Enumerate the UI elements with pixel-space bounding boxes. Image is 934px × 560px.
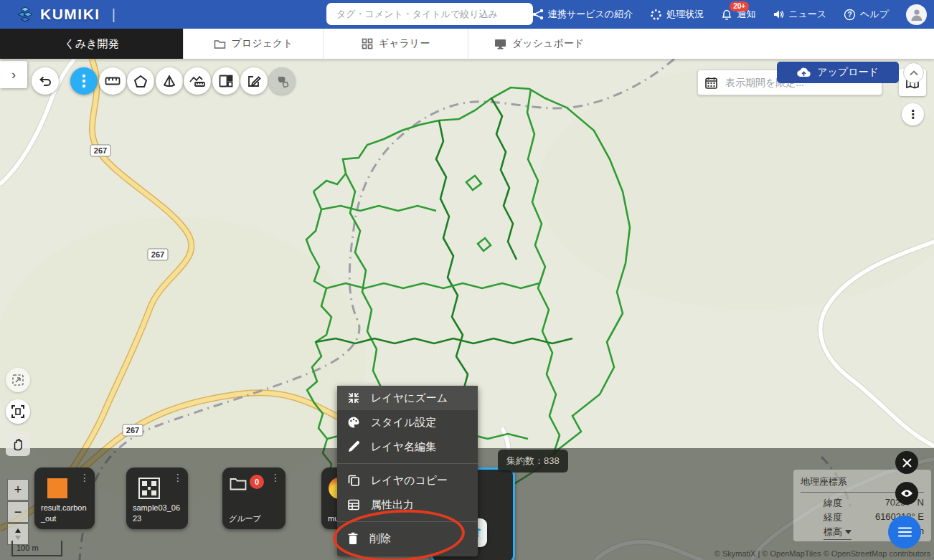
copy-icon <box>347 474 360 487</box>
search-input[interactable] <box>326 3 533 25</box>
menu-item-copy-layer[interactable]: レイヤのコピー <box>337 468 478 493</box>
notification-badge: 20+ <box>730 1 749 11</box>
svg-text:267: 267 <box>151 250 164 259</box>
elevation-select[interactable]: 標高 <box>824 526 852 540</box>
menu-item-label: レイヤのコピー <box>371 474 448 488</box>
pentagon-icon <box>133 75 148 88</box>
menu-item-notifications[interactable]: 通知 20+ <box>721 8 755 21</box>
vertical-dots-icon: ⋮ <box>80 472 90 483</box>
menu-item-style-settings[interactable]: スタイル設定 <box>337 410 478 435</box>
avatar[interactable] <box>906 4 927 25</box>
menu-item-label: 削除 <box>369 532 391 546</box>
user-icon <box>910 7 924 22</box>
layer-thumbnail <box>47 478 67 498</box>
menu-item-rename-layer[interactable]: レイヤ名編集 <box>337 435 478 459</box>
collapse-nav-button[interactable] <box>903 62 924 83</box>
chevron-right-icon: › <box>11 67 16 82</box>
menu-item-zoom-to-layer[interactable]: レイヤにズーム <box>337 386 478 410</box>
cone-icon <box>162 75 176 88</box>
plus-icon: + <box>14 483 22 498</box>
folder-icon <box>230 477 247 491</box>
menu-item-export-attributes[interactable]: 属性出力 <box>337 493 478 517</box>
layer-card-sample03[interactable]: ⋮ sample03_0623 <box>126 468 188 529</box>
close-icon <box>902 458 912 468</box>
map-options-button[interactable]: ⋮ <box>902 103 924 125</box>
measure-area-tool-button[interactable] <box>127 67 154 95</box>
app-window: 267 267 267 KUMIKI | 連携サービスの紹介 <box>0 0 934 560</box>
menu-divider <box>337 463 478 464</box>
layer-context-menu: レイヤにズーム スタイル設定 レイヤ名編集 レイヤのコピー 属性出力 削除 <box>337 386 478 556</box>
menu-item-share[interactable]: 連携サービスの紹介 <box>532 8 633 21</box>
sidebar-expand-button[interactable]: › <box>0 61 27 88</box>
zoom-to-layer-icon <box>347 391 360 404</box>
focus-extent-icon <box>11 405 24 418</box>
logo-divider: | <box>112 6 115 23</box>
close-panel-button[interactable] <box>895 451 918 474</box>
menu-item-label: レイヤにズーム <box>371 391 448 405</box>
fit-selection-button[interactable] <box>6 368 30 392</box>
calendar-icon <box>705 77 717 89</box>
attribute-table-icon <box>347 498 360 511</box>
monitor-icon <box>494 39 506 49</box>
elevation-label: 標高 <box>824 526 842 538</box>
ruler-icon <box>105 76 121 86</box>
tab-label: プロジェクト <box>232 37 293 50</box>
cloud-upload-icon <box>797 67 811 77</box>
zoom-out-button[interactable]: − <box>7 501 29 523</box>
caret-down-icon <box>845 530 852 534</box>
card-kebab-menu[interactable]: ⋮ <box>173 473 183 483</box>
zoom-in-button[interactable]: + <box>7 479 29 500</box>
header-menu: 連携サービスの紹介 処理状況 通知 20+ ニュース ? ヘルプ <box>532 0 927 29</box>
tab-label: ギャラリー <box>379 37 430 50</box>
menu-item-label: スタイル設定 <box>371 416 436 430</box>
measure-volume-tool-button[interactable] <box>156 67 183 95</box>
elevation-profile-tool-button[interactable] <box>184 67 211 95</box>
vertical-dots-icon <box>82 74 86 88</box>
scale-label: 100 m <box>16 544 39 552</box>
menu-item-status[interactable]: 処理状況 <box>650 8 704 21</box>
measure-distance-tool-button[interactable] <box>99 67 126 95</box>
paint-roller-icon <box>275 75 289 88</box>
card-kebab-menu[interactable]: ⋮ <box>270 473 280 483</box>
layer-card-result-carbon-out[interactable]: ⋮ result.carbon_out <box>34 468 95 529</box>
fit-bounds-icon <box>11 374 24 386</box>
undo-icon <box>38 75 52 87</box>
eye-icon <box>900 489 913 498</box>
svg-text:267: 267 <box>94 146 107 155</box>
chevron-up-icon <box>910 70 918 76</box>
tab-project[interactable]: プロジェクト <box>183 29 323 59</box>
undo-tool-button[interactable] <box>32 67 59 95</box>
mountain-ruler-icon <box>189 75 205 87</box>
workspace-nav: くみき開発 プロジェクト ギャラリー ダッシュボード アップロード <box>0 29 934 59</box>
layer-card-group[interactable]: 0 ⋮ グループ <box>222 468 286 529</box>
menu-item-help[interactable]: ? ヘルプ <box>844 8 889 21</box>
tab-gallery[interactable]: ギャラリー <box>323 29 468 59</box>
layer-name: result.carbon_out <box>41 503 90 523</box>
layer-menu-tool-button[interactable] <box>70 67 98 95</box>
tab-label: ダッシュボード <box>512 37 584 50</box>
menu-label: 処理状況 <box>666 8 704 21</box>
help-icon: ? <box>844 9 856 21</box>
svg-text:267: 267 <box>126 426 139 435</box>
compare-layout-tool-button[interactable] <box>212 67 240 95</box>
hand-icon <box>11 437 24 451</box>
upload-button[interactable]: アップロード <box>777 62 899 83</box>
extent-button[interactable] <box>6 399 30 424</box>
layout-icon <box>219 75 233 87</box>
pan-tool-button[interactable] <box>6 432 30 456</box>
visibility-button[interactable] <box>895 482 918 505</box>
tab-kumiki-dev[interactable]: くみき開発 <box>0 29 183 59</box>
app-header: KUMIKI | 連携サービスの紹介 処理状況 通知 20+ ニュース <box>0 0 934 29</box>
edit-tool-button[interactable] <box>240 67 268 95</box>
card-kebab-menu[interactable]: ⋮ <box>80 473 90 483</box>
pencil-icon <box>347 440 360 453</box>
menu-item-news[interactable]: ニュース <box>773 8 826 21</box>
panel-menu-button[interactable] <box>888 516 921 549</box>
tab-dashboard[interactable]: ダッシュボード <box>468 29 610 59</box>
kumiki-cube-icon <box>16 6 34 23</box>
vertical-dots-icon: ⋮ <box>173 472 183 483</box>
paint-tool-button-disabled <box>268 67 296 95</box>
menu-item-delete[interactable]: 削除 <box>337 526 478 551</box>
aggregation-tooltip: 集約数：838 <box>498 450 568 473</box>
logo[interactable]: KUMIKI | <box>16 0 115 29</box>
